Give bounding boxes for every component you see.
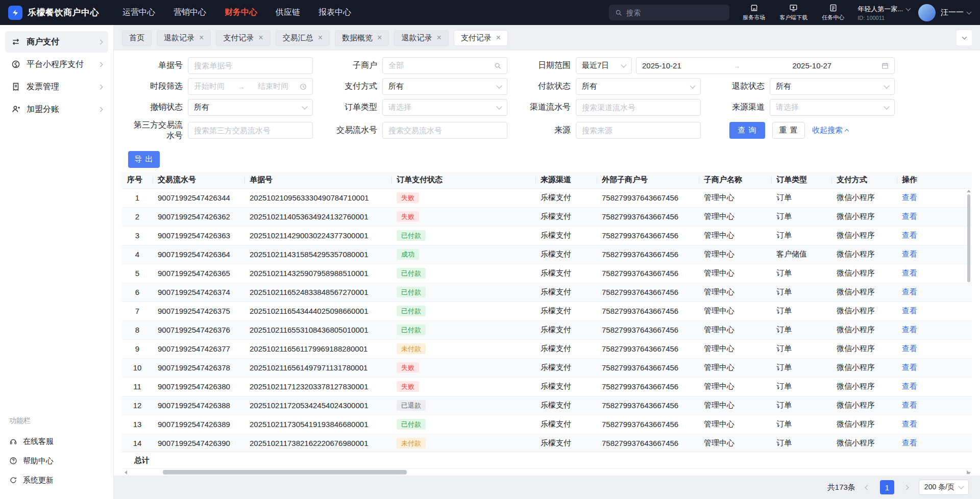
view-link[interactable]: 查看: [902, 212, 917, 220]
topnav-item[interactable]: 供应链: [276, 7, 300, 18]
topnav-item[interactable]: 财务中心: [225, 7, 257, 18]
bill-no-field[interactable]: [188, 57, 313, 74]
v-scroll-track[interactable]: [966, 192, 972, 472]
h-scroll-track[interactable]: [130, 470, 964, 475]
view-link[interactable]: 查看: [902, 419, 917, 428]
cell-order-type: 订单: [771, 325, 831, 335]
store-switcher[interactable]: 年轻人第一家... ID: 100011: [857, 5, 910, 21]
transaction-no-input[interactable]: [388, 126, 501, 135]
cancel-status-value: 所有: [194, 103, 209, 112]
reset-button[interactable]: 重 置: [772, 122, 805, 139]
source-input[interactable]: [582, 126, 695, 135]
sidebar-item[interactable]: 发票管理: [5, 76, 108, 97]
avatar[interactable]: [918, 4, 936, 21]
tab[interactable]: 退款记录×: [157, 30, 211, 46]
view-link[interactable]: 查看: [902, 363, 917, 371]
cell-ext-merchant-no: 758279937643667456: [597, 439, 699, 447]
cancel-status-select[interactable]: 所有: [188, 99, 313, 116]
table-column-header: 外部子商户号: [597, 172, 699, 188]
v-scroll-thumb[interactable]: [967, 194, 970, 282]
collapse-search-link[interactable]: 收起搜索: [812, 126, 848, 135]
view-link[interactable]: 查看: [902, 250, 917, 258]
view-link[interactable]: 查看: [902, 382, 917, 390]
transaction-no-field[interactable]: [382, 122, 507, 139]
quick-action[interactable]: 服务市场: [743, 4, 765, 21]
third-party-no-input[interactable]: [194, 126, 307, 135]
tab[interactable]: 支付记录×: [454, 30, 508, 46]
sidebar-footer-item[interactable]: 帮助中心: [9, 451, 104, 470]
view-link[interactable]: 查看: [902, 231, 917, 239]
scroll-down-icon[interactable]: [967, 472, 971, 475]
source-channel-select[interactable]: 请选择: [770, 99, 895, 116]
refund-status-select[interactable]: 所有: [770, 78, 895, 95]
close-icon[interactable]: ×: [258, 34, 263, 42]
sidebar-footer-item[interactable]: 系统更新: [9, 470, 104, 490]
next-page-button[interactable]: [900, 480, 913, 494]
view-link[interactable]: 查看: [902, 268, 917, 277]
date-preset-select[interactable]: 最近7日: [576, 57, 632, 74]
close-icon[interactable]: ×: [318, 34, 323, 42]
sidebar-item[interactable]: 加盟分账: [5, 98, 108, 120]
view-link[interactable]: 查看: [902, 325, 917, 334]
tab[interactable]: 首页: [122, 30, 152, 46]
source-field[interactable]: [576, 122, 701, 139]
view-link[interactable]: 查看: [902, 306, 917, 315]
cell-transaction-no: 90071992547426364: [153, 250, 244, 259]
status-badge: 失败: [397, 362, 419, 373]
search-button[interactable]: 查 询: [729, 122, 765, 139]
bill-no-input[interactable]: [194, 61, 307, 70]
user-menu[interactable]: 汪一一: [941, 8, 971, 17]
global-search-input[interactable]: [626, 9, 723, 17]
close-icon[interactable]: ×: [496, 34, 501, 42]
tab-overflow-button[interactable]: [957, 30, 972, 45]
range-arrow: →: [731, 62, 743, 70]
tab[interactable]: 支付记录×: [216, 30, 270, 46]
pay-method-select[interactable]: 所有: [382, 78, 507, 95]
order-type-select[interactable]: 请选择: [382, 99, 507, 116]
vertical-scrollbar[interactable]: [966, 189, 972, 476]
sidebar-item[interactable]: 商户支付: [5, 31, 108, 53]
close-icon[interactable]: ×: [199, 34, 204, 42]
tab[interactable]: 交易汇总×: [276, 30, 330, 46]
filter-row-2: 时段筛选 开始时间 → 结束时间 支付方式 所有: [129, 78, 980, 95]
page-number-button[interactable]: 1: [880, 480, 894, 494]
quick-action[interactable]: 任务中心: [822, 4, 844, 21]
topnav-item[interactable]: 运营中心: [122, 7, 155, 18]
prev-page-button[interactable]: [862, 480, 874, 494]
topnav-item[interactable]: 营销中心: [174, 7, 206, 18]
cell-order-type: 订单: [771, 193, 831, 203]
channel-no-input[interactable]: [582, 103, 695, 112]
topnav-item[interactable]: 报表中心: [318, 7, 351, 18]
view-link[interactable]: 查看: [902, 344, 917, 353]
channel-no-field[interactable]: [576, 99, 701, 116]
global-search[interactable]: [609, 5, 729, 20]
status-badge: 未付款: [397, 438, 426, 448]
view-link[interactable]: 查看: [902, 193, 917, 202]
date-range-picker[interactable]: 2025-10-21 → 2025-10-27: [636, 57, 895, 74]
close-icon[interactable]: ×: [377, 34, 382, 42]
cell-action: 查看: [897, 344, 972, 354]
page-size-select[interactable]: 200 条/页: [919, 480, 969, 495]
scroll-left-icon[interactable]: [125, 470, 127, 475]
tab[interactable]: 退款记录×: [394, 30, 448, 46]
pay-status-select[interactable]: 所有: [576, 78, 701, 95]
sub-merchant-select[interactable]: 全部: [382, 57, 507, 74]
tab[interactable]: 数据概览×: [335, 30, 389, 46]
task-icon: [829, 4, 838, 12]
h-scroll-thumb[interactable]: [163, 470, 407, 475]
time-range-picker[interactable]: 开始时间 → 结束时间: [188, 78, 313, 95]
view-link[interactable]: 查看: [902, 401, 917, 409]
horizontal-scrollbar[interactable]: [122, 468, 972, 476]
cell-order-type: 订单: [771, 268, 831, 278]
close-icon[interactable]: ×: [436, 34, 441, 42]
third-party-no-field[interactable]: [188, 122, 313, 139]
sidebar-item[interactable]: 平台小程序支付: [5, 54, 108, 75]
view-link[interactable]: 查看: [902, 287, 917, 296]
quick-action[interactable]: 客户端下载: [779, 4, 807, 21]
export-button[interactable]: 导 出: [128, 151, 160, 168]
cell-transaction-no: 90071992547426378: [153, 363, 244, 372]
sidebar-footer-item[interactable]: 在线客服: [9, 432, 104, 451]
status-badge: 已付款: [397, 306, 426, 316]
pagination: 共173条 1 200 条/页: [114, 476, 980, 499]
view-link[interactable]: 查看: [902, 438, 917, 447]
